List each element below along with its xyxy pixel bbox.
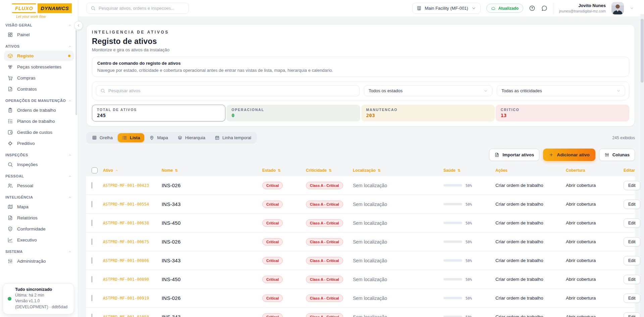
main-scrollbar-thumb[interactable]	[641, 19, 644, 83]
row-checkbox[interactable]	[92, 276, 92, 282]
open-coverage-link[interactable]: Abrir cobertura	[566, 183, 624, 188]
columns-button[interactable]: Colunas	[599, 149, 635, 161]
column-header-editar[interactable]: Editar	[624, 168, 635, 173]
stat-card-manutencao[interactable]: MANUTENCAO203	[361, 105, 495, 121]
edit-button[interactable]: Edit	[624, 312, 640, 317]
stat-card-operacional[interactable]: OPERACIONAL0	[226, 105, 360, 121]
row-checkbox[interactable]	[92, 239, 92, 245]
sidebar-item-executivo[interactable]: Executivo	[4, 235, 74, 245]
tab-lista[interactable]: Lista	[118, 133, 144, 142]
column-header-ativo[interactable]: Ativo	[103, 168, 162, 173]
create-work-order-link[interactable]: Criar ordem de trabalho	[495, 202, 566, 207]
chat-icon[interactable]	[541, 5, 547, 11]
sidebar-item-conformidade[interactable]: Conformidade	[4, 224, 74, 234]
create-work-order-link[interactable]: Criar ordem de trabalho	[495, 220, 566, 225]
add-asset-button[interactable]: Adicionar ativo	[543, 149, 595, 161]
sidebar-scrollbar[interactable]	[75, 30, 77, 115]
criticality-filter-select[interactable]: Todas as criticidades	[497, 85, 625, 96]
column-header-saude[interactable]: Saúde⇅	[443, 168, 495, 173]
sidebar-item-relatorios[interactable]: Relatórios	[4, 213, 74, 223]
edit-button[interactable]: Edit	[624, 256, 640, 265]
tab-linha-temporal[interactable]: Linha temporal	[210, 133, 256, 142]
select-all-checkbox[interactable]	[92, 167, 98, 173]
stat-card-total-de-ativos[interactable]: TOTAL DE ATIVOS245	[92, 105, 225, 121]
row-checkbox[interactable]	[92, 295, 92, 301]
sidebar-item-ordens-de-trabalho[interactable]: Ordens de trabalho	[4, 105, 74, 115]
nav-section-header-ativos[interactable]: ATIVOS	[5, 44, 72, 48]
asset-id-link[interactable]: ASTPRD-MF-001-00638	[103, 221, 162, 225]
edit-button[interactable]: Edit	[624, 294, 640, 303]
asset-id-link[interactable]: ASTPRD-MF-001-00554	[103, 202, 162, 207]
column-header-localizacao[interactable]: Localização⇅	[353, 168, 443, 173]
sidebar-collapse-button[interactable]	[74, 21, 83, 30]
tab-grelha[interactable]: Grelha	[88, 133, 117, 142]
column-header-nome[interactable]: Nome⇅	[162, 168, 262, 173]
edit-button[interactable]: Edit	[624, 218, 640, 228]
row-checkbox[interactable]	[92, 220, 92, 226]
sidebar-item-compras[interactable]: Compras	[4, 73, 74, 83]
asset-id-link[interactable]: ASTPRD-MF-001-01050	[103, 315, 162, 317]
asset-search-input[interactable]	[108, 88, 355, 93]
row-checkbox[interactable]	[92, 182, 92, 189]
sidebar-item-gestao-de-custos[interactable]: Gestão de custos	[4, 127, 74, 138]
asset-id-link[interactable]: ASTPRD-MF-001-00675	[103, 240, 162, 244]
row-checkbox[interactable]	[92, 201, 92, 207]
open-coverage-link[interactable]: Abrir cobertura	[566, 314, 624, 317]
edit-button[interactable]: Edit	[624, 181, 640, 190]
create-work-order-link[interactable]: Criar ordem de trabalho	[495, 296, 566, 301]
sidebar-item-pessoal[interactable]: Pessoal	[4, 180, 74, 191]
edit-button[interactable]: Edit	[624, 275, 640, 284]
sync-badge[interactable]: Atualizado	[486, 4, 523, 13]
avatar[interactable]	[611, 2, 624, 14]
sidebar-item-preditivo[interactable]: Preditivo	[4, 138, 74, 149]
open-coverage-link[interactable]: Abrir cobertura	[566, 220, 624, 225]
sidebar-item-painel[interactable]: Painel	[4, 30, 74, 40]
column-header-estado[interactable]: Estado⇅	[262, 168, 306, 173]
sidebar-item-registo[interactable]: Registo	[4, 51, 74, 61]
create-work-order-link[interactable]: Criar ordem de trabalho	[495, 314, 566, 317]
open-coverage-link[interactable]: Abrir cobertura	[566, 239, 624, 244]
nav-section-header-inspecoes[interactable]: INSPEÇÕES	[5, 153, 72, 157]
asset-id-link[interactable]: ASTPRD-MF-001-00806	[103, 258, 162, 263]
chevron-down-icon[interactable]	[630, 6, 634, 10]
tab-mapa[interactable]: Mapa	[145, 133, 172, 142]
nav-section-header-sistema[interactable]: SISTEMA	[5, 250, 72, 254]
row-checkbox[interactable]	[92, 314, 92, 317]
open-coverage-link[interactable]: Abrir cobertura	[566, 296, 624, 301]
state-filter-select[interactable]: Todos os estados	[364, 85, 492, 96]
asset-id-link[interactable]: ASTPRD-MF-001-00423	[103, 183, 162, 188]
nav-section-header-inteligencia[interactable]: INTELIGÊNCIA	[5, 195, 72, 199]
column-header-acoes[interactable]: Ações	[495, 168, 566, 173]
help-icon[interactable]	[529, 5, 535, 11]
global-search-input[interactable]	[99, 6, 184, 11]
create-work-order-link[interactable]: Criar ordem de trabalho	[495, 239, 566, 244]
open-coverage-link[interactable]: Abrir cobertura	[566, 202, 624, 207]
open-coverage-link[interactable]: Abrir cobertura	[566, 277, 624, 282]
column-header-cobertura[interactable]: Cobertura	[566, 168, 624, 173]
asset-id-link[interactable]: ASTPRD-MF-001-00890	[103, 277, 162, 282]
create-work-order-link[interactable]: Criar ordem de trabalho	[495, 277, 566, 282]
nav-section-header-pessoal[interactable]: PESSOAL	[5, 174, 72, 178]
nav-section-header-visao-geral[interactable]: VISÃO GERAL	[5, 23, 72, 27]
column-header-criticidade[interactable]: Criticidade⇅	[306, 168, 353, 173]
sidebar-item-administracao[interactable]: Administração	[4, 256, 74, 266]
create-work-order-link[interactable]: Criar ordem de trabalho	[495, 258, 566, 263]
create-work-order-link[interactable]: Criar ordem de trabalho	[495, 183, 566, 188]
sidebar-item-contratos[interactable]: Contratos	[4, 84, 74, 94]
asset-id-link[interactable]: ASTPRD-MF-001-00919	[103, 296, 162, 301]
brand-logo[interactable]: FLUXO DYNAMICS Let your work flow	[0, 0, 78, 18]
import-assets-button[interactable]: Importar ativos	[489, 149, 539, 161]
nav-section-header-operacoes-de-manutencao[interactable]: OPERAÇÕES DE MANUTENÇÃO	[5, 99, 72, 103]
user-block[interactable]: Jovito Nunes jnunes@transdigital-mz.com	[559, 3, 606, 13]
edit-button[interactable]: Edit	[624, 237, 640, 247]
tab-hierarquia[interactable]: Hierarquia	[173, 133, 210, 142]
sidebar-item-mapa[interactable]: Mapa	[4, 202, 74, 212]
row-checkbox[interactable]	[92, 257, 92, 264]
sidebar-item-inspecoes[interactable]: Inspeções	[4, 159, 74, 170]
sidebar-item-planos-de-trabalho[interactable]: Planos de trabalho	[4, 116, 74, 126]
stat-card-critico[interactable]: CRITICO13	[496, 105, 629, 121]
open-coverage-link[interactable]: Abrir cobertura	[566, 258, 624, 263]
main-scrollbar[interactable]	[640, 14, 644, 317]
facility-select[interactable]: Main Facility (MF-001)	[412, 3, 481, 14]
edit-button[interactable]: Edit	[624, 200, 640, 209]
